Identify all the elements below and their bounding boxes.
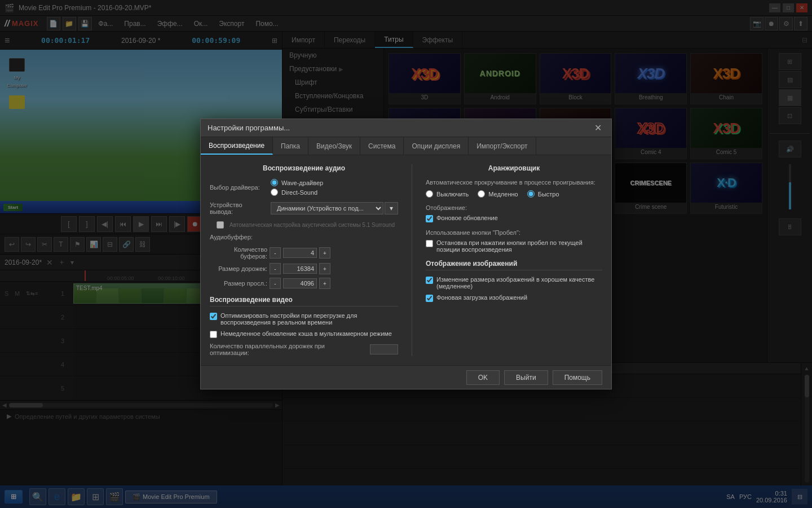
device-label: Устройство вывода: — [210, 202, 266, 215]
radio-wave-input[interactable] — [271, 179, 278, 186]
image-opt1-label: Изменение размера изображений в хорошем … — [436, 276, 602, 290]
video-opt2-checkbox[interactable] — [210, 331, 217, 338]
autoscroll-section: Автоматическое прокручивание в процессе … — [426, 179, 602, 198]
dialog-tab-videosound[interactable]: Видео/Звук — [308, 137, 360, 155]
dialog-title: Настройки программы... — [208, 124, 591, 132]
dialog-help-button[interactable]: Помощь — [553, 370, 602, 385]
bg-update-checkbox[interactable] — [426, 215, 433, 222]
parallel-input[interactable] — [370, 344, 398, 354]
track-size-inc[interactable]: + — [319, 263, 330, 274]
bg-update-label: Фоновое обновление — [436, 214, 498, 221]
dialog-right-col: Аранжировщик Автоматическое прокручивани… — [426, 164, 602, 356]
scroll-slow-input[interactable] — [478, 190, 485, 198]
dialog-footer: OK Выйти Помощь — [201, 365, 611, 389]
scroll-off-label: Выключить — [436, 191, 469, 198]
slot-size-dec[interactable]: - — [270, 278, 281, 289]
image-opt2-label: Фоновая загрузка изображений — [436, 294, 527, 301]
image-opt1-row: Изменение размера изображений в хорошем … — [426, 276, 602, 290]
dialog-tab-playback[interactable]: Воспроизведение — [201, 137, 273, 155]
audiobuffer-label: Аудиобуффер: — [210, 234, 266, 240]
device-select[interactable]: Динамики (Устройство с под... — [271, 202, 383, 214]
dialog-ok-button[interactable]: OK — [466, 370, 500, 385]
slot-size-label: Размер просл.: — [217, 280, 267, 287]
slot-size-row: Размер просл.: - 4096 + — [217, 278, 398, 289]
radio-direct-input[interactable] — [271, 189, 278, 196]
dialog-cancel-button[interactable]: Выйти — [504, 370, 548, 385]
buffer-settings: Количество буферов: - 4 + Размер дорожек… — [210, 246, 398, 289]
autoscroll-options: Выключить Медленно Быстро — [426, 190, 602, 198]
dialog-tab-importexport[interactable]: Импорт/Экспорт — [469, 137, 536, 155]
display-section: Отображение: Фоновое обновление — [426, 204, 602, 222]
video-opt2-row: Немедленное обновление кэша в мультикаме… — [210, 330, 398, 338]
video-section-title: Воспроизведение видео — [210, 296, 398, 306]
scroll-fast-input[interactable] — [527, 190, 535, 198]
spacebar-section: Использование кнопки "Пробел": Остановка… — [426, 229, 602, 253]
track-size-row: Размер дорожек: - 16384 + — [217, 263, 398, 274]
video-opt1-label: Оптимизировать настройки при перегрузке … — [220, 312, 398, 326]
audiobuffer-header-row: Аудиобуффер: — [210, 234, 398, 240]
dialog-body: Воспроизведение аудио Выбор драйвера: Wa… — [201, 155, 611, 365]
image-opt1-checkbox[interactable] — [426, 277, 433, 284]
scroll-fast: Быстро — [527, 190, 559, 198]
scroll-off: Выключить — [426, 190, 469, 198]
dialog-tab-display[interactable]: Опции дисплея — [404, 137, 469, 155]
dialog-titlebar: Настройки программы... ✕ — [201, 119, 611, 137]
audio-section-title: Воспроизведение аудио — [210, 164, 398, 172]
slot-size-inc[interactable]: + — [319, 278, 330, 289]
buffer-count-inc[interactable]: + — [319, 247, 330, 259]
video-opt2-label: Немедленное обновление кэша в мультикаме… — [220, 330, 392, 337]
track-size-dec[interactable]: - — [270, 263, 281, 274]
dialog-divider — [412, 164, 412, 356]
device-row: Устройство вывода: Динамики (Устройство … — [210, 202, 398, 215]
spacebar-label: Использование кнопки "Пробел": — [426, 229, 602, 236]
spacebar-stop-row: Остановка при нажатии кнопки пробел по т… — [426, 239, 602, 253]
display-label: Отображение: — [426, 204, 602, 211]
dialog-left-col: Воспроизведение аудио Выбор драйвера: Wa… — [210, 164, 398, 356]
bg-update-row: Фоновое обновление — [426, 214, 602, 222]
slot-size-input[interactable]: 4096 — [283, 278, 317, 288]
dialog-tab-system[interactable]: Система — [360, 137, 404, 155]
scroll-slow: Медленно — [478, 190, 518, 198]
arranger-section-title: Аранжировщик — [426, 164, 602, 172]
dialog-close-button[interactable]: ✕ — [591, 121, 604, 135]
surround-row: Автоматическая настройка акустической си… — [210, 221, 398, 229]
dialog-tabs: Воспроизведение Папка Видео/Звук Система… — [201, 137, 611, 155]
buffer-count-row: Количество буферов: - 4 + — [217, 246, 398, 260]
track-size-input[interactable]: 16384 — [283, 264, 317, 274]
radio-wave-label: Wave-драйвер — [281, 179, 323, 186]
scroll-off-input[interactable] — [426, 190, 433, 198]
driver-label: Выбор драйвера: — [210, 184, 266, 191]
autoscroll-label: Автоматическое прокручивание в процессе … — [426, 179, 602, 186]
image-opt2-row: Фоновая загрузка изображений — [426, 294, 602, 302]
device-select-container: Динамики (Устройство с под... ▾ — [271, 202, 398, 214]
spacebar-stop-label: Остановка при нажатии кнопки пробел по т… — [436, 239, 602, 253]
buffer-count-label: Количество буферов: — [217, 246, 267, 260]
surround-checkbox[interactable] — [217, 221, 224, 229]
spacebar-stop-checkbox[interactable] — [426, 240, 433, 247]
driver-row: Выбор драйвера: Wave-драйвер Direct-Soun… — [210, 179, 398, 196]
radio-direct-label: Direct-Sound — [281, 189, 317, 196]
radio-direct: Direct-Sound — [271, 189, 398, 196]
device-btn[interactable]: ▾ — [385, 202, 398, 214]
radio-wave: Wave-драйвер — [271, 179, 398, 186]
video-opt1-row: Оптимизировать настройки при перегрузке … — [210, 312, 398, 326]
image-opt2-checkbox[interactable] — [426, 295, 433, 302]
dialog-overlay: Настройки программы... ✕ Воспроизведение… — [0, 0, 812, 508]
settings-dialog: Настройки программы... ✕ Воспроизведение… — [200, 119, 612, 389]
scroll-fast-label: Быстро — [538, 191, 559, 198]
parallel-label: Количество параллельных дорожек при опти… — [210, 343, 363, 356]
parallel-tracks-row: Количество параллельных дорожек при опти… — [210, 343, 398, 356]
buffer-count-dec[interactable]: - — [270, 247, 281, 259]
driver-radio-group: Wave-драйвер Direct-Sound — [271, 179, 398, 196]
image-section-title: Отображение изображений — [426, 260, 602, 270]
scroll-slow-label: Медленно — [488, 191, 518, 198]
track-size-label: Размер дорожек: — [217, 265, 267, 272]
video-opt1-checkbox[interactable] — [210, 313, 217, 320]
dialog-tab-folder[interactable]: Папка — [273, 137, 308, 155]
buffer-count-input[interactable]: 4 — [283, 248, 317, 258]
surround-label: Автоматическая настройка акустической си… — [227, 221, 397, 229]
